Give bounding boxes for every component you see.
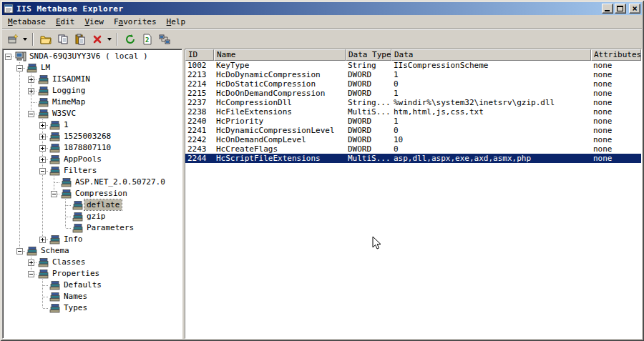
collapse-icon[interactable] <box>28 111 34 117</box>
cell-id: 2241 <box>185 126 214 135</box>
table-row[interactable]: 2242HcOnDemandCompLevelDWORD10none <box>185 135 641 144</box>
menu-help[interactable]: Help <box>162 15 191 29</box>
collapse-icon[interactable] <box>16 65 23 71</box>
menu-edit[interactable]: Edit <box>51 15 80 29</box>
table-row[interactable]: 2213HcDoDynamicCompressionDWORD1none <box>185 70 641 79</box>
table-row[interactable]: 2238HcFileExtensionsMultiS...htm,html,js… <box>185 107 641 117</box>
connect-button[interactable] <box>156 31 172 47</box>
expand-icon[interactable] <box>39 157 46 163</box>
new-key-button[interactable] <box>4 31 21 47</box>
script-button[interactable]: 2 <box>139 31 155 47</box>
paste-button[interactable] <box>72 31 88 47</box>
maximize-button[interactable] <box>615 4 626 14</box>
tree-item-asp-net-2-0-50727-0[interactable]: ASP.NET_2.0.50727.0 <box>3 177 182 188</box>
menu-favorites[interactable]: Favorites <box>109 15 162 29</box>
tree-item-parameters[interactable]: Parameters <box>3 222 182 234</box>
delete-dropdown-arrow[interactable] <box>106 31 113 47</box>
expand-icon[interactable] <box>39 122 46 129</box>
new-key-dropdown-arrow[interactable] <box>21 31 29 47</box>
collapse-icon[interactable] <box>51 191 57 197</box>
tree-item-deflate[interactable]: deflate <box>3 199 182 211</box>
tree-item-label: AppPools <box>62 154 104 164</box>
cell-id: 2243 <box>185 144 214 154</box>
minimize-button[interactable] <box>602 4 613 14</box>
cell-id: 2242 <box>185 135 214 144</box>
cell-data-type: MultiS... <box>346 154 391 163</box>
column-header-name[interactable]: Name <box>214 49 346 61</box>
tree-guide <box>14 177 26 188</box>
tree-guide <box>14 74 26 85</box>
tree-item-classes[interactable]: Classes <box>3 257 182 268</box>
table-row[interactable]: 2240HcPriorityDWORD1none <box>185 117 641 126</box>
expand-icon[interactable] <box>39 134 46 140</box>
expand-icon[interactable] <box>39 145 46 152</box>
tree-guide <box>26 280 37 291</box>
expand-icon[interactable] <box>28 260 34 266</box>
tree-item-1878807110[interactable]: 1878807110 <box>3 142 182 154</box>
cell-id: 2244 <box>185 154 214 163</box>
tree-item-apppools[interactable]: AppPools <box>3 154 182 165</box>
tree-item-iisadmin[interactable]: IISADMIN <box>3 74 182 85</box>
collapse-icon[interactable] <box>39 168 46 174</box>
tree-item-types[interactable]: Types <box>3 302 182 314</box>
tree-item-1[interactable]: 1 <box>3 119 182 131</box>
tree-item-logging[interactable]: Logging <box>3 85 182 97</box>
tree-item-properties[interactable]: Properties <box>3 268 182 280</box>
tree-connector <box>26 108 37 119</box>
tree-item-gzip[interactable]: gzip <box>3 211 182 222</box>
metabase-node-icon <box>49 165 62 177</box>
tree-item-label: Schema <box>39 245 72 256</box>
cell-data: htm,html,js,css,txt <box>391 107 591 117</box>
title-bar[interactable]: IIS Metabase Explorer × <box>2 2 642 15</box>
table-row[interactable]: 2237HcCompressionDllString...%windir%\sy… <box>185 98 641 107</box>
table-row[interactable]: 2215HcDoOnDemandCompressionDWORD1none <box>185 89 641 98</box>
tree-item-info[interactable]: Info <box>3 234 182 245</box>
table-row[interactable]: 1002KeyTypeStringIIsCompressionSchemenon… <box>185 61 641 70</box>
table-row[interactable]: 2244HcScriptFileExtensionsMultiS...asp,d… <box>185 154 641 163</box>
collapse-icon[interactable] <box>5 54 11 60</box>
column-header-data[interactable]: Data <box>391 49 591 61</box>
window-title: IIS Metabase Explorer <box>15 4 600 14</box>
collapse-icon[interactable] <box>16 248 23 254</box>
metabase-node-icon <box>49 154 62 165</box>
close-button[interactable]: × <box>629 4 640 14</box>
refresh-icon <box>125 34 136 45</box>
metabase-node-icon <box>37 97 50 108</box>
tree-item-label: MimeMap <box>50 97 87 107</box>
tree-item-defaults[interactable]: Defaults <box>3 280 182 291</box>
table-row[interactable]: 2214HcDoStaticCompressionDWORD0none <box>185 79 641 89</box>
tree-item-compression[interactable]: Compression <box>3 188 182 199</box>
menu-bar: MetabaseEditViewFavoritesHelp <box>2 15 642 29</box>
expand-icon[interactable] <box>39 237 46 243</box>
refresh-button[interactable] <box>122 31 138 47</box>
tree-item-w3svc[interactable]: W3SVC <box>3 108 182 119</box>
open-button[interactable] <box>37 31 54 47</box>
tree-line <box>65 199 66 205</box>
tree-item-names[interactable]: Names <box>3 291 182 302</box>
table-row[interactable]: 2241HcDynamicCompressionLevelDWORD0none <box>185 126 641 135</box>
tree-item-label: W3SVC <box>50 108 78 119</box>
delete-button[interactable] <box>89 31 105 47</box>
column-header-id[interactable]: ID <box>185 49 214 61</box>
column-header-data-type[interactable]: Data Type <box>346 49 391 61</box>
tree-guide <box>37 188 49 199</box>
tree-guide <box>14 108 26 119</box>
copy-button[interactable] <box>54 31 71 47</box>
tree-guide <box>3 222 14 234</box>
collapse-icon[interactable] <box>28 271 34 277</box>
tree-item-mimemap[interactable]: MimeMap <box>3 97 182 108</box>
expand-icon[interactable] <box>28 88 34 94</box>
expand-icon[interactable] <box>28 76 34 83</box>
tree-item-1525003268[interactable]: 1525003268 <box>3 131 182 142</box>
tree-item-lm[interactable]: LM <box>3 62 182 74</box>
tree-item-schema[interactable]: Schema <box>3 245 182 257</box>
menu-metabase[interactable]: Metabase <box>3 15 51 29</box>
menu-view[interactable]: View <box>79 15 109 29</box>
metabase-node-icon <box>49 302 62 314</box>
column-header-attributes[interactable]: Attributes <box>591 49 641 61</box>
tree-guide <box>3 280 14 291</box>
tree-guide <box>26 222 37 234</box>
table-row[interactable]: 2243HcCreateFlagsDWORD0none <box>185 144 641 154</box>
tree-item-filters[interactable]: Filters <box>3 165 182 177</box>
tree-item-snda-69q3uyy3v6-local[interactable]: SNDA-69Q3UYY3V6 ( local ) <box>3 51 182 62</box>
